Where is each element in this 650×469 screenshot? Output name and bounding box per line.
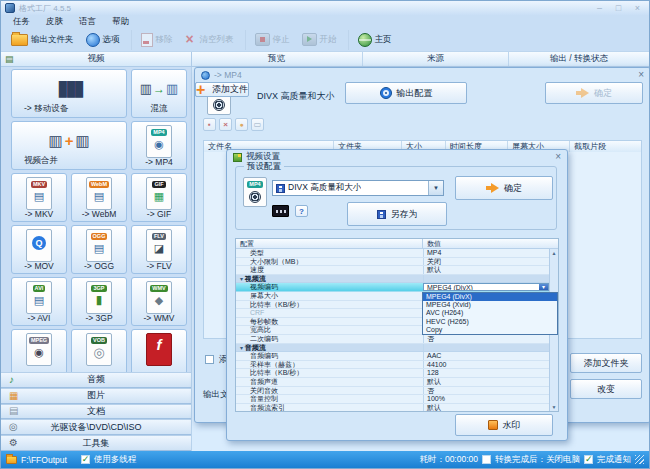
add-task-checkbox[interactable] — [205, 355, 214, 364]
toolbar-options-button[interactable]: 选项 — [80, 30, 126, 50]
sidebar-item-gif[interactable]: GIF ▦ -> GIF — [131, 173, 187, 222]
output-path[interactable]: F:\FFOutput — [21, 455, 67, 465]
menu-help[interactable]: 帮助 — [104, 16, 137, 28]
sidebar-item-flv[interactable]: FLV ◪ -> FLV — [131, 225, 187, 274]
help-button[interactable]: ? — [295, 205, 308, 217]
settings-ok-button[interactable]: 确定 — [455, 176, 553, 200]
combo-dropdown-icon[interactable] — [428, 181, 443, 195]
toolbar-output-folder-button[interactable]: 输出文件夹 — [5, 30, 80, 50]
sidebar-item-mp4[interactable]: MP4 ◉ -> MP4 — [131, 121, 187, 170]
codec-option[interactable]: MPEG4 (Xvid) — [423, 301, 557, 309]
sidebar-section-document[interactable]: ▤ 文档 — [1, 404, 191, 420]
add-file-button[interactable]: 添加文件 — [195, 82, 249, 97]
settings-row[interactable]: 类型 MP4 — [236, 249, 549, 258]
watermark-button[interactable]: 水印 — [455, 414, 553, 436]
watermark-label: 水印 — [503, 419, 521, 432]
sidebar-item-video-join[interactable]: + 视频合并 — [11, 121, 127, 170]
toolbar-stop-button[interactable]: 停止 — [245, 30, 296, 50]
film-reel-icon — [249, 191, 261, 203]
sidebar-item-mkv[interactable]: MKV ▤ -> MKV — [11, 173, 67, 222]
codec-option[interactable]: MPEG4 (DivX) — [423, 293, 557, 301]
sidebar-item-ogg[interactable]: OGG ▤ -> OGG — [71, 225, 127, 274]
document-icon: ▤ — [9, 406, 18, 416]
sidebar-section-toolset[interactable]: ⚙ 工具集 — [1, 435, 191, 451]
ogg-format-icon: OGG ▤ — [86, 229, 112, 262]
avi-format-icon: AVI ▤ — [26, 281, 52, 314]
scroll-up-icon[interactable] — [550, 250, 558, 256]
notify-checkbox[interactable] — [584, 455, 593, 464]
codec-option[interactable]: Copy — [423, 326, 557, 334]
settings-row[interactable]: 音频流 — [236, 344, 549, 353]
file-column-header: 截取片段 — [570, 141, 641, 152]
ok-arrow-icon — [576, 88, 589, 98]
change-button[interactable]: 改变 — [570, 379, 642, 399]
settings-row[interactable]: 采样率（赫兹） 44100 — [236, 361, 549, 370]
sidebar-item-avi[interactable]: AVI ▤ -> AVI — [11, 277, 67, 326]
shutdown-checkbox[interactable] — [482, 455, 491, 464]
settings-row[interactable]: 大小限制（MB） 关闭 — [236, 258, 549, 267]
settings-row[interactable]: 二次编码 否 — [236, 335, 549, 344]
ok-arrow-icon — [486, 183, 499, 193]
menu-task[interactable]: 任务 — [5, 16, 38, 28]
menu-language[interactable]: 语言 — [71, 16, 104, 28]
file-mini-toolbar — [203, 118, 264, 131]
sidebar-sections: ♪ 音频 ▦ 图片 ▤ 文档 ◎ 光驱设备\DVD\CD\ISO — [1, 372, 191, 451]
play-file-button[interactable] — [235, 118, 248, 131]
remove-file-button[interactable] — [203, 118, 216, 131]
settings-row[interactable]: 视频编码 MPEG4 (DivX) — [236, 283, 549, 292]
mp4-dialog-close-icon[interactable]: × — [638, 70, 644, 80]
codec-option[interactable]: HEVC (H265) — [423, 318, 557, 326]
multithread-label: 使用多线程 — [94, 454, 137, 466]
codec-option[interactable]: AVC (H264) — [423, 309, 557, 317]
clear-files-button[interactable] — [219, 118, 232, 131]
settings-row[interactable]: 音频流索引 默认 — [236, 404, 549, 411]
settings-row[interactable]: 关闭音效 否 — [236, 387, 549, 396]
ok-button-disabled[interactable]: 确定 — [545, 82, 643, 104]
settings-row[interactable]: 音频声道 默认 — [236, 378, 549, 387]
config-column-header: 配置 — [236, 239, 423, 248]
toolbar-clear-list-button[interactable]: 清空列表 — [179, 30, 240, 50]
minimize-icon[interactable]: – — [592, 2, 607, 14]
sidebar-item-wmv[interactable]: WMV ◆ -> WMV — [131, 277, 187, 326]
elapsed-time: 耗时：00:00:00 — [419, 454, 478, 466]
column-header: 预览 — [191, 52, 363, 66]
menu-skin[interactable]: 皮肤 — [38, 16, 71, 28]
settings-row[interactable]: 音频编码 AAC — [236, 352, 549, 361]
settings-close-icon[interactable]: × — [555, 152, 561, 162]
sidebar-item-mux[interactable]: → 混流 — [131, 69, 187, 118]
output-config-button[interactable]: 输出配置 — [345, 82, 467, 104]
settings-row[interactable]: 音量控制 100% — [236, 395, 549, 404]
file-info-button[interactable] — [251, 118, 264, 131]
toolbar-remove-button[interactable]: 移除 — [131, 30, 179, 50]
toolbar-home-button[interactable]: 主页 — [348, 30, 398, 50]
sidebar-item-mobile-devices[interactable]: ▮▮▮ -> 移动设备 — [11, 69, 127, 118]
settings-row[interactable]: 视频流 — [236, 275, 549, 284]
maximize-icon[interactable]: □ — [611, 2, 626, 14]
resize-grip[interactable] — [635, 455, 644, 464]
sidebar-section-optical[interactable]: ◎ 光驱设备\DVD\CD\ISO — [1, 419, 191, 435]
sidebar-item-vob[interactable]: VOB ◎ — [71, 329, 127, 372]
toolbar: 输出文件夹 选项 移除 清空列表 — [1, 28, 649, 51]
settings-row[interactable]: 比特率（KB/秒） 128 — [236, 369, 549, 378]
settings-row[interactable]: 速度 默认 — [236, 266, 549, 275]
sidebar-item-3gp[interactable]: 3GP ▮ -> 3GP — [71, 277, 127, 326]
multithread-checkbox[interactable] — [81, 455, 90, 464]
sidebar-section-picture[interactable]: ▦ 图片 — [1, 388, 191, 404]
title-bar[interactable]: 格式工厂 4.5.5 – □ × — [1, 1, 649, 15]
toolbar-start-button[interactable]: 开始 — [296, 30, 343, 50]
sidebar-section-audio[interactable]: ♪ 音频 — [1, 372, 191, 388]
sidebar-item-mpeg[interactable]: MPEG ◉ — [11, 329, 67, 372]
save-as-button[interactable]: 另存为 — [347, 202, 447, 226]
divx-logo-icon[interactable] — [272, 205, 289, 217]
close-icon[interactable]: × — [630, 2, 645, 14]
video-format-grid: ▮▮▮ -> 移动设备 → 混流 + — [11, 69, 187, 372]
sidebar-item-webm[interactable]: WebM ▤ -> WebM — [71, 173, 127, 222]
sidebar-section-video-header[interactable]: 视频 — [1, 52, 192, 66]
scroll-down-icon[interactable] — [550, 404, 558, 410]
sidebar-item-swf[interactable]: f — [131, 329, 187, 372]
3gp-format-icon: 3GP ▮ — [86, 281, 112, 314]
add-folder-button[interactable]: 添加文件夹 — [570, 353, 642, 373]
mp4-dialog-titlebar[interactable]: -> MP4 × — [195, 68, 650, 82]
preset-combobox[interactable]: DIVX 高质量和大小 — [272, 180, 444, 196]
sidebar-item-mov[interactable]: Q -> MOV — [11, 225, 67, 274]
